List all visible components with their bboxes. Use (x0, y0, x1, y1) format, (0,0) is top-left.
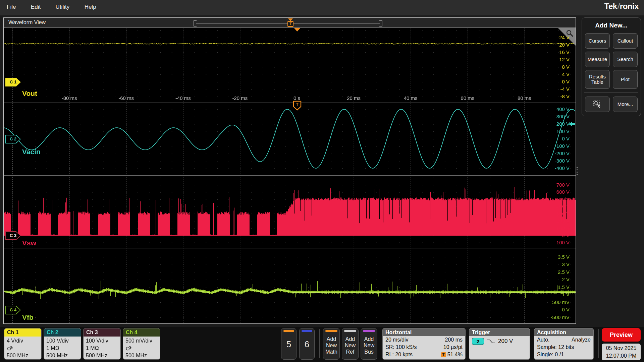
trigger-level-arrow[interactable] (569, 122, 575, 126)
menu-file[interactable]: File (0, 0, 22, 14)
scale-label: 0 V (562, 136, 570, 141)
ch1-bandwidth: 500 MHz (7, 352, 39, 359)
channel-5-button[interactable]: 5 (281, 328, 297, 360)
scale-label: 400 V (556, 203, 570, 209)
trigger-level: 200 V (498, 338, 513, 345)
waveform-view-header: Waveform View T (4, 18, 576, 28)
time-axis-label: 40 ms (404, 95, 418, 101)
waveform-view: Waveform View T C 1 C 2 C 3 C 4 Vout (3, 17, 576, 324)
ch2-bandwidth: 500 MHz (46, 352, 78, 359)
ch2-scale: 100 V/div (46, 337, 78, 345)
callout-button[interactable]: Callout (613, 33, 638, 49)
channel-name-vout: Vout (22, 89, 37, 98)
scale-label: 500 V (556, 196, 570, 202)
time-axis-label: 80 ms (518, 95, 531, 101)
channel-6-button[interactable]: 6 (299, 328, 315, 360)
h-recordlength: RL: 20 kpts (385, 352, 413, 358)
ch1-scale: 4 V/div (7, 337, 39, 345)
measure-button[interactable]: Measure (585, 52, 610, 67)
scale-label: 12 V (559, 57, 570, 62)
ch3-scale: 100 V/div (86, 337, 118, 345)
channel-name-vsw: Vsw (22, 239, 36, 247)
ch4-scale: 500 mV/div (125, 337, 158, 345)
scale-label: 100 V (556, 128, 570, 134)
time-axis-label: -60 ms (118, 95, 134, 101)
ch2-settings-card[interactable]: Ch 2 100 V/div 1 MΩ 500 MHz (44, 328, 81, 360)
horizontal-panel[interactable]: Horizontal 20 ms/div200 ms SR: 100 kS/s1… (382, 328, 466, 360)
channel-6-label: 6 (300, 339, 314, 350)
scale-label: 16 V (559, 49, 570, 55)
time-text: 12:07:00 PM (602, 352, 641, 360)
scale-label: 500 mV (552, 299, 570, 305)
trigger-position-badge[interactable]: T (287, 21, 293, 27)
acquisition-panel[interactable]: Acquisition Auto,Analyze Sample: 12 bits… (534, 328, 594, 360)
channel-5-label: 5 (281, 339, 296, 350)
add-new-math-button[interactable]: Add New Math (323, 328, 340, 360)
waveform-canvas[interactable] (4, 28, 576, 324)
time-axis-label: 20 ms (347, 95, 361, 101)
scale-label: 1 V (562, 292, 570, 297)
acq-analyze: Analyze (572, 337, 591, 343)
add-new-panel: Add New... Cursors Callout Measure Searc… (582, 17, 641, 116)
preview-button[interactable]: Preview (602, 328, 641, 342)
trigger-source-badge: 2 (472, 338, 484, 345)
scale-label: 8 V (562, 64, 570, 70)
h-scale: 20 ms/div (385, 337, 408, 343)
trigger-pos-icon: T (441, 352, 446, 357)
channel-5-accent (283, 330, 294, 332)
scale-label: 3.5 V (558, 254, 570, 260)
trigger-time-triangle (294, 28, 300, 32)
add-new-bus-button[interactable]: Add New Bus (361, 328, 377, 360)
horizontal-title: Horizontal (383, 328, 465, 336)
ch4-settings-card[interactable]: Ch 4 500 mV/div 500 MHz (123, 328, 160, 360)
cursors-button[interactable]: Cursors (585, 33, 610, 49)
scale-label: 0 V (562, 232, 570, 238)
ch3-settings-card[interactable]: Ch 3 100 V/div 1 MΩ 500 MHz (83, 328, 121, 360)
menu-edit[interactable]: Edit (24, 0, 47, 14)
plot-button[interactable]: Plot (613, 70, 638, 89)
ch3-header: Ch 3 (84, 328, 120, 337)
panel-splitter-handle[interactable] (577, 166, 578, 176)
panel-divider (584, 93, 638, 93)
scale-label: 0 V (562, 79, 570, 84)
top-menu-bar: File Edit Utility Help Tek/ronix (0, 0, 644, 15)
add-new-title: Add New... (585, 22, 638, 29)
results-table-button[interactable]: Results Table (585, 70, 610, 89)
acq-single: Single: 0 /1 (537, 352, 564, 358)
scale-label: 200 V (556, 121, 570, 127)
ch2-impedance: 1 MΩ (46, 345, 78, 352)
ch1-settings-card[interactable]: Ch 1 4 V/div 500 MHz (4, 328, 42, 360)
scale-label: 300 V (556, 114, 570, 119)
scale-label: 200 V (556, 218, 570, 224)
trigger-title: Trigger (469, 328, 530, 336)
channel-name-vfb: Vfb (22, 313, 34, 321)
waveform-view-title: Waveform View (8, 19, 46, 25)
falling-edge-icon (487, 339, 495, 344)
scale-label: -4 V (560, 86, 570, 92)
scale-label: -100 V (555, 240, 570, 245)
scale-label: 300 V (556, 211, 570, 217)
channel-6-accent (302, 330, 312, 332)
scale-label: -100 V (555, 143, 570, 149)
math-accent (325, 330, 337, 332)
scale-label: 600 V (556, 189, 570, 195)
ch2-header: Ch 2 (44, 328, 81, 337)
menu-utility[interactable]: Utility (49, 0, 76, 14)
trigger-panel[interactable]: Trigger 2 200 V (469, 328, 530, 360)
time-axis-label: 60 ms (461, 95, 474, 101)
ch4-bandwidth: 500 MHz (125, 352, 158, 359)
menu-help[interactable]: Help (78, 0, 103, 14)
scale-label: 700 V (556, 182, 570, 188)
channel-name-vacin: Vacin (22, 148, 41, 156)
scale-label: 0 V (562, 307, 570, 312)
scale-label: 100 V (556, 225, 570, 231)
horizontal-position-bar[interactable]: T (194, 18, 382, 27)
add-new-ref-button[interactable]: Add New Ref (342, 328, 359, 360)
search-button[interactable]: Search (613, 52, 638, 67)
scale-label: 2.5 V (558, 269, 570, 275)
more-button[interactable]: More... (613, 97, 638, 112)
zoom-select-button[interactable] (585, 97, 610, 112)
trigger-position-triangle[interactable] (288, 18, 293, 21)
probe-icon (7, 346, 13, 351)
trigger-time-badge[interactable]: T (293, 101, 302, 111)
